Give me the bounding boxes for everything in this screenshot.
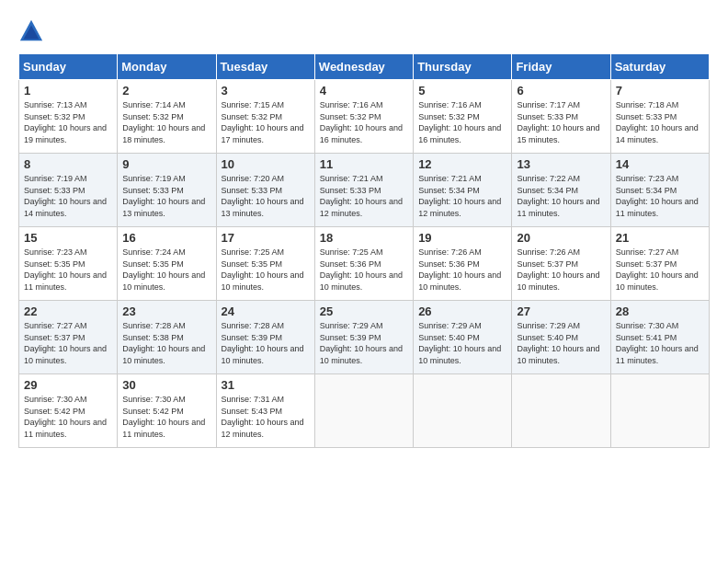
- day-info: Sunrise: 7:24 AM Sunset: 5:35 PM Dayligh…: [122, 247, 210, 293]
- day-info: Sunrise: 7:29 AM Sunset: 5:40 PM Dayligh…: [517, 320, 605, 366]
- day-info: Sunrise: 7:20 AM Sunset: 5:33 PM Dayligh…: [222, 173, 310, 219]
- header-friday: Friday: [512, 54, 610, 80]
- day-number: 10: [222, 157, 310, 171]
- day-number: 8: [24, 157, 112, 171]
- day-number: 23: [122, 304, 210, 318]
- day-number: 6: [517, 84, 605, 98]
- calendar-cell: 10 Sunrise: 7:20 AM Sunset: 5:33 PM Dayl…: [216, 154, 314, 227]
- day-number: 24: [222, 304, 310, 318]
- day-info: Sunrise: 7:13 AM Sunset: 5:32 PM Dayligh…: [24, 99, 112, 145]
- day-number: 21: [616, 231, 704, 245]
- day-number: 4: [320, 84, 408, 98]
- day-info: Sunrise: 7:16 AM Sunset: 5:32 PM Dayligh…: [418, 99, 506, 145]
- calendar: SundayMondayTuesdayWednesdayThursdayFrid…: [18, 53, 710, 448]
- logo-icon: [18, 18, 44, 44]
- day-info: Sunrise: 7:31 AM Sunset: 5:43 PM Dayligh…: [222, 394, 310, 440]
- calendar-cell: 19 Sunrise: 7:26 AM Sunset: 5:36 PM Dayl…: [414, 227, 512, 301]
- calendar-cell: 14 Sunrise: 7:23 AM Sunset: 5:34 PM Dayl…: [610, 154, 709, 227]
- calendar-cell: 5 Sunrise: 7:16 AM Sunset: 5:32 PM Dayli…: [414, 80, 512, 154]
- calendar-cell: 11 Sunrise: 7:21 AM Sunset: 5:33 PM Dayl…: [314, 154, 413, 227]
- calendar-cell: [512, 374, 610, 448]
- calendar-cell: 26 Sunrise: 7:29 AM Sunset: 5:40 PM Dayl…: [414, 301, 512, 374]
- calendar-cell: 16 Sunrise: 7:24 AM Sunset: 5:35 PM Dayl…: [118, 227, 216, 301]
- day-number: 14: [616, 157, 704, 171]
- day-info: Sunrise: 7:17 AM Sunset: 5:33 PM Dayligh…: [517, 99, 605, 145]
- calendar-cell: 1 Sunrise: 7:13 AM Sunset: 5:32 PM Dayli…: [19, 80, 118, 154]
- calendar-cell: 4 Sunrise: 7:16 AM Sunset: 5:32 PM Dayli…: [314, 80, 413, 154]
- calendar-cell: 7 Sunrise: 7:18 AM Sunset: 5:33 PM Dayli…: [610, 80, 709, 154]
- day-info: Sunrise: 7:23 AM Sunset: 5:34 PM Dayligh…: [616, 173, 704, 219]
- calendar-week-2: 8 Sunrise: 7:19 AM Sunset: 5:33 PM Dayli…: [19, 154, 710, 227]
- calendar-cell: 22 Sunrise: 7:27 AM Sunset: 5:37 PM Dayl…: [19, 301, 118, 374]
- day-info: Sunrise: 7:28 AM Sunset: 5:38 PM Dayligh…: [122, 320, 210, 366]
- day-number: 16: [122, 231, 210, 245]
- calendar-cell: [314, 374, 413, 448]
- header-saturday: Saturday: [610, 54, 709, 80]
- calendar-cell: 9 Sunrise: 7:19 AM Sunset: 5:33 PM Dayli…: [118, 154, 216, 227]
- day-info: Sunrise: 7:14 AM Sunset: 5:32 PM Dayligh…: [122, 99, 210, 145]
- day-info: Sunrise: 7:26 AM Sunset: 5:36 PM Dayligh…: [418, 247, 506, 293]
- header-thursday: Thursday: [414, 54, 512, 80]
- calendar-cell: 18 Sunrise: 7:25 AM Sunset: 5:36 PM Dayl…: [314, 227, 413, 301]
- day-number: 7: [616, 84, 704, 98]
- page-header: [18, 18, 710, 44]
- day-number: 29: [24, 378, 112, 392]
- day-info: Sunrise: 7:30 AM Sunset: 5:41 PM Dayligh…: [616, 320, 704, 366]
- day-number: 28: [616, 304, 704, 318]
- day-info: Sunrise: 7:21 AM Sunset: 5:33 PM Dayligh…: [320, 173, 408, 219]
- calendar-cell: 27 Sunrise: 7:29 AM Sunset: 5:40 PM Dayl…: [512, 301, 610, 374]
- day-info: Sunrise: 7:23 AM Sunset: 5:35 PM Dayligh…: [24, 247, 112, 293]
- day-info: Sunrise: 7:27 AM Sunset: 5:37 PM Dayligh…: [24, 320, 112, 366]
- day-info: Sunrise: 7:15 AM Sunset: 5:32 PM Dayligh…: [222, 99, 310, 145]
- day-number: 26: [418, 304, 506, 318]
- header-sunday: Sunday: [19, 54, 118, 80]
- calendar-cell: [414, 374, 512, 448]
- day-number: 5: [418, 84, 506, 98]
- day-number: 1: [24, 84, 112, 98]
- day-number: 9: [122, 157, 210, 171]
- day-number: 2: [122, 84, 210, 98]
- calendar-week-4: 22 Sunrise: 7:27 AM Sunset: 5:37 PM Dayl…: [19, 301, 710, 374]
- day-number: 22: [24, 304, 112, 318]
- day-number: 25: [320, 304, 408, 318]
- calendar-cell: 30 Sunrise: 7:30 AM Sunset: 5:42 PM Dayl…: [118, 374, 216, 448]
- logo: [18, 18, 48, 44]
- day-info: Sunrise: 7:16 AM Sunset: 5:32 PM Dayligh…: [320, 99, 408, 145]
- calendar-cell: 28 Sunrise: 7:30 AM Sunset: 5:41 PM Dayl…: [610, 301, 709, 374]
- day-number: 19: [418, 231, 506, 245]
- day-info: Sunrise: 7:28 AM Sunset: 5:39 PM Dayligh…: [222, 320, 310, 366]
- calendar-cell: 17 Sunrise: 7:25 AM Sunset: 5:35 PM Dayl…: [216, 227, 314, 301]
- day-number: 20: [517, 231, 605, 245]
- day-info: Sunrise: 7:18 AM Sunset: 5:33 PM Dayligh…: [616, 99, 704, 145]
- day-info: Sunrise: 7:21 AM Sunset: 5:34 PM Dayligh…: [418, 173, 506, 219]
- header-monday: Monday: [118, 54, 216, 80]
- calendar-cell: 12 Sunrise: 7:21 AM Sunset: 5:34 PM Dayl…: [414, 154, 512, 227]
- calendar-week-1: 1 Sunrise: 7:13 AM Sunset: 5:32 PM Dayli…: [19, 80, 710, 154]
- day-info: Sunrise: 7:25 AM Sunset: 5:35 PM Dayligh…: [222, 247, 310, 293]
- day-info: Sunrise: 7:30 AM Sunset: 5:42 PM Dayligh…: [24, 394, 112, 440]
- calendar-week-5: 29 Sunrise: 7:30 AM Sunset: 5:42 PM Dayl…: [19, 374, 710, 448]
- day-info: Sunrise: 7:19 AM Sunset: 5:33 PM Dayligh…: [24, 173, 112, 219]
- day-info: Sunrise: 7:29 AM Sunset: 5:40 PM Dayligh…: [418, 320, 506, 366]
- calendar-cell: 13 Sunrise: 7:22 AM Sunset: 5:34 PM Dayl…: [512, 154, 610, 227]
- calendar-week-3: 15 Sunrise: 7:23 AM Sunset: 5:35 PM Dayl…: [19, 227, 710, 301]
- calendar-cell: 25 Sunrise: 7:29 AM Sunset: 5:39 PM Dayl…: [314, 301, 413, 374]
- header-tuesday: Tuesday: [216, 54, 314, 80]
- day-info: Sunrise: 7:22 AM Sunset: 5:34 PM Dayligh…: [517, 173, 605, 219]
- header-wednesday: Wednesday: [314, 54, 413, 80]
- calendar-cell: 15 Sunrise: 7:23 AM Sunset: 5:35 PM Dayl…: [19, 227, 118, 301]
- calendar-cell: 2 Sunrise: 7:14 AM Sunset: 5:32 PM Dayli…: [118, 80, 216, 154]
- day-number: 31: [222, 378, 310, 392]
- day-info: Sunrise: 7:29 AM Sunset: 5:39 PM Dayligh…: [320, 320, 408, 366]
- day-number: 17: [222, 231, 310, 245]
- day-number: 30: [122, 378, 210, 392]
- day-info: Sunrise: 7:26 AM Sunset: 5:37 PM Dayligh…: [517, 247, 605, 293]
- day-info: Sunrise: 7:25 AM Sunset: 5:36 PM Dayligh…: [320, 247, 408, 293]
- calendar-cell: 29 Sunrise: 7:30 AM Sunset: 5:42 PM Dayl…: [19, 374, 118, 448]
- calendar-cell: 24 Sunrise: 7:28 AM Sunset: 5:39 PM Dayl…: [216, 301, 314, 374]
- day-number: 11: [320, 157, 408, 171]
- day-number: 15: [24, 231, 112, 245]
- calendar-cell: 3 Sunrise: 7:15 AM Sunset: 5:32 PM Dayli…: [216, 80, 314, 154]
- calendar-cell: 6 Sunrise: 7:17 AM Sunset: 5:33 PM Dayli…: [512, 80, 610, 154]
- calendar-cell: 8 Sunrise: 7:19 AM Sunset: 5:33 PM Dayli…: [19, 154, 118, 227]
